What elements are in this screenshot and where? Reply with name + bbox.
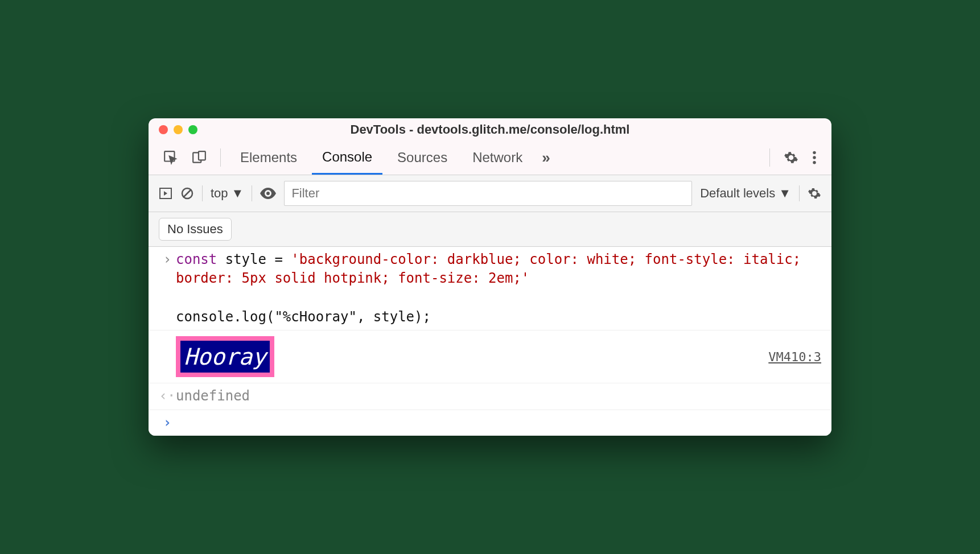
window-title: DevTools - devtools.glitch.me/console/lo… (149, 122, 831, 137)
filter-input[interactable] (284, 181, 692, 206)
divider (202, 185, 203, 201)
kebab-menu-icon[interactable] (808, 144, 821, 171)
devtools-window: DevTools - devtools.glitch.me/console/lo… (149, 118, 831, 436)
settings-icon[interactable] (779, 144, 803, 171)
code-keyword: const (176, 251, 217, 267)
input-chevron-icon: › (159, 250, 176, 270)
chevron-down-icon: ▼ (779, 186, 791, 201)
return-chevron-icon: ‹· (159, 387, 176, 406)
code-text: style = (217, 251, 291, 267)
tab-sources[interactable]: Sources (387, 142, 458, 173)
console-settings-icon[interactable] (808, 187, 821, 200)
console-prompt-row[interactable]: › (149, 410, 831, 436)
minimize-icon[interactable] (174, 125, 183, 134)
traffic-lights (159, 125, 197, 134)
tab-strip: Elements Console Sources Network » (149, 141, 831, 175)
code-text: console.log("%cHooray", style); (176, 308, 821, 327)
context-selector[interactable]: top ▼ (211, 186, 244, 201)
issues-row: No Issues (149, 212, 831, 247)
tab-console[interactable]: Console (312, 141, 382, 175)
live-expression-icon[interactable] (260, 188, 276, 199)
issues-button[interactable]: No Issues (159, 218, 232, 241)
log-levels-selector[interactable]: Default levels ▼ (700, 186, 791, 201)
divider (252, 185, 252, 201)
close-icon[interactable] (159, 125, 168, 134)
inspect-icon[interactable] (159, 144, 183, 171)
more-tabs-icon[interactable]: » (537, 143, 554, 172)
chevron-down-icon: ▼ (232, 186, 244, 201)
maximize-icon[interactable] (188, 125, 197, 134)
svg-line-8 (183, 189, 191, 197)
divider (769, 148, 770, 167)
styled-log-output: Hooray (176, 336, 274, 377)
console-toolbar: top ▼ Default levels ▼ (149, 175, 831, 212)
svg-rect-2 (199, 151, 205, 160)
divider (799, 185, 800, 201)
return-value: undefined (176, 387, 821, 406)
console-output-row: Hooray VM410:3 (149, 330, 831, 383)
tab-network[interactable]: Network (462, 142, 533, 173)
tab-elements[interactable]: Elements (230, 142, 307, 173)
clear-console-icon[interactable] (180, 187, 194, 200)
context-label: top (211, 186, 228, 201)
sidebar-toggle-icon[interactable] (159, 187, 172, 200)
svg-point-3 (813, 151, 816, 154)
titlebar: DevTools - devtools.glitch.me/console/lo… (149, 118, 831, 141)
source-link[interactable]: VM410:3 (768, 350, 821, 364)
device-toggle-icon[interactable] (187, 144, 211, 171)
prompt-chevron-icon: › (159, 414, 176, 433)
console-body: › const style = 'background-color: darkb… (149, 247, 831, 436)
console-return-row: ‹· undefined (149, 383, 831, 410)
console-input-row: › const style = 'background-color: darkb… (149, 247, 831, 330)
levels-label: Default levels (700, 186, 775, 201)
svg-point-4 (813, 156, 816, 159)
svg-point-5 (813, 161, 816, 164)
console-input-content[interactable]: const style = 'background-color: darkblu… (176, 250, 821, 326)
divider (220, 148, 221, 167)
